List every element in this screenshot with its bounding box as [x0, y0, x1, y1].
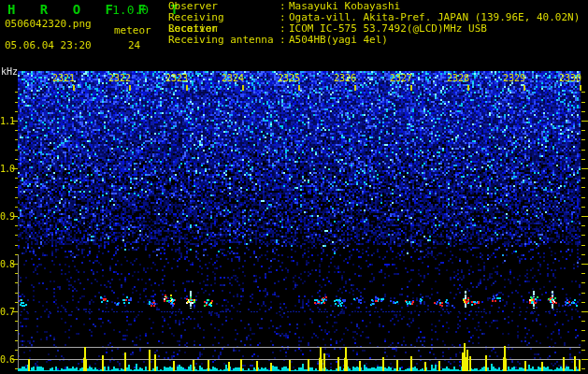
time-tick-label: 2330 [555, 73, 585, 83]
freq-tick-label: 0.7 [0, 307, 13, 317]
info-value: A504HB(yagi 4el) [289, 35, 388, 46]
echo-count: 24 [128, 39, 140, 51]
hrofft-output-image: H R O F F T 1.0.0 0506042320.png meteor … [0, 0, 588, 374]
spectrogram-canvas [0, 0, 588, 374]
observation-datetime: 05.06.04 23:20 [5, 39, 92, 51]
freq-tick-label: 0.9 [0, 211, 13, 222]
freq-tick-label: 1.0 [0, 164, 13, 174]
info-label: Receiving antenna [168, 35, 280, 46]
time-tick-label: 2327 [386, 73, 416, 83]
freq-tick-label: 1.1 [0, 116, 13, 126]
freq-axis-unit-label: kHz [1, 66, 18, 77]
time-tick-label: 2323 [162, 73, 192, 83]
time-tick-label: 2328 [443, 73, 473, 83]
time-tick-label: 2321 [49, 73, 79, 83]
app-version: 1.0.0 [112, 3, 149, 17]
time-tick-label: 2324 [218, 73, 248, 83]
time-tick-label: 2325 [274, 73, 304, 83]
time-tick-label: 2322 [105, 73, 135, 83]
freq-tick-label: 0.6 [0, 354, 13, 365]
info-row-antenna: Receiving antenna:A504HB(yagi 4el) [168, 35, 580, 46]
output-filename: 0506042320.png [5, 18, 92, 30]
observation-mode: meteor [114, 24, 151, 36]
freq-tick-label: 0.8 [0, 259, 13, 269]
app-title: H R O F F T [7, 2, 187, 17]
time-tick-label: 2326 [330, 73, 360, 83]
station-info: Observer:Masayuki Kobayashi Receiving Lo… [168, 1, 580, 46]
time-tick-label: 2329 [499, 73, 529, 83]
